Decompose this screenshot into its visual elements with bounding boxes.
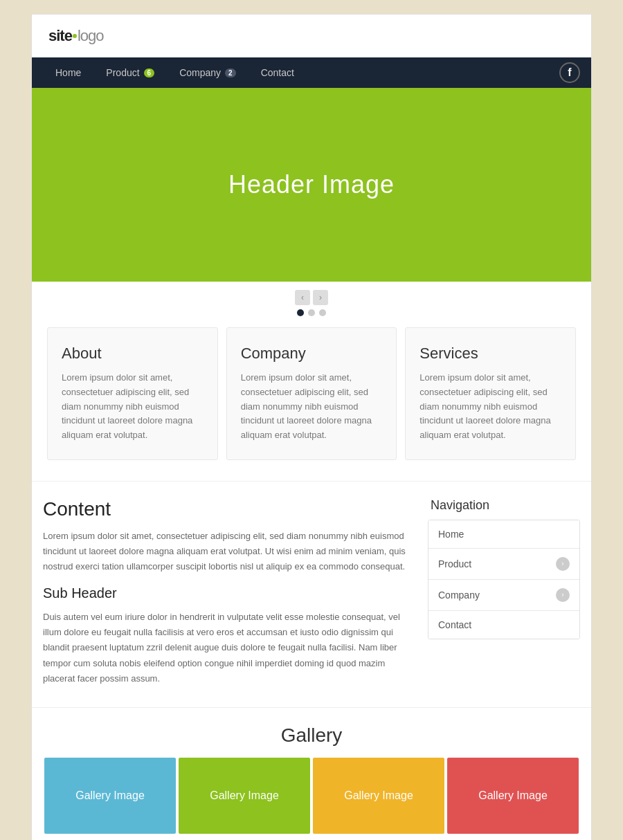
- sub-header-text: Duis autem vel eum iriure dolor in hendr…: [43, 610, 411, 686]
- chevron-right-icon-2: ›: [556, 588, 570, 602]
- nav-label-company: Company: [179, 67, 221, 78]
- gallery-item-1[interactable]: Gallery Image: [44, 758, 176, 834]
- card-services: Services Lorem ipsum dolor sit amet, con…: [405, 327, 576, 460]
- sidebar-item-contact[interactable]: Contact: [428, 611, 579, 639]
- site-header: sitelogo: [32, 15, 591, 57]
- slider-next-arrow[interactable]: ›: [313, 290, 328, 305]
- slider-prev-arrow[interactable]: ‹: [295, 290, 310, 305]
- card-about-text: Lorem ipsum dolor sit amet, consectetuer…: [62, 371, 204, 443]
- slider-dot-1[interactable]: [297, 309, 304, 316]
- gallery-item-2-label: Gallery Image: [210, 789, 279, 802]
- nav-label-product: Product: [106, 67, 139, 78]
- logo-rest-text: logo: [78, 27, 104, 44]
- sidebar-item-home-label: Home: [438, 529, 464, 540]
- sidebar-item-company[interactable]: Company ›: [428, 580, 579, 611]
- slider-dot-3[interactable]: [319, 309, 326, 316]
- cards-section: About Lorem ipsum dolor sit amet, consec…: [32, 327, 591, 482]
- card-company-text: Lorem ipsum dolor sit amet, consectetuer…: [241, 371, 383, 443]
- card-company-title: Company: [241, 345, 383, 363]
- content-main-text: Lorem ipsum dolor sit amet, consectetuer…: [43, 529, 411, 574]
- chevron-right-icon: ›: [556, 557, 570, 571]
- gallery-section: Gallery Gallery Image Gallery Image Gall…: [32, 707, 591, 840]
- gallery-item-3-label: Gallery Image: [344, 789, 413, 802]
- gallery-item-4-label: Gallery Image: [478, 789, 548, 802]
- facebook-icon[interactable]: f: [559, 62, 580, 83]
- card-services-title: Services: [419, 345, 561, 363]
- sidebar-item-company-label: Company: [438, 590, 480, 601]
- content-section: Content Lorem ipsum dolor sit amet, cons…: [32, 482, 591, 707]
- card-about: About Lorem ipsum dolor sit amet, consec…: [47, 327, 218, 460]
- gallery-title: Gallery: [43, 724, 580, 747]
- hero-section: Header Image: [32, 88, 591, 282]
- site-logo: sitelogo: [48, 27, 575, 45]
- nav-item-home[interactable]: Home: [43, 57, 93, 88]
- slider-controls: ‹ ›: [32, 282, 591, 327]
- gallery-item-4[interactable]: Gallery Image: [447, 758, 579, 834]
- gallery-grid: Gallery Image Gallery Image Gallery Imag…: [43, 758, 580, 834]
- sidebar-item-product-label: Product: [438, 558, 471, 569]
- card-company: Company Lorem ipsum dolor sit amet, cons…: [226, 327, 397, 460]
- content-main: Content Lorem ipsum dolor sit amet, cons…: [43, 498, 411, 686]
- nav-items: Home Product 6 Company 2 Contact: [43, 57, 559, 88]
- hero-title: Header Image: [228, 170, 395, 199]
- page-wrapper: sitelogo Home Product 6 Company 2 Contac…: [31, 14, 592, 840]
- nav-badge-company: 2: [225, 69, 236, 77]
- main-nav: Home Product 6 Company 2 Contact f: [32, 57, 591, 88]
- nav-label-contact: Contact: [261, 67, 294, 78]
- gallery-item-3[interactable]: Gallery Image: [313, 758, 444, 834]
- sidebar-nav-title: Navigation: [428, 498, 580, 513]
- nav-label-home: Home: [55, 67, 81, 78]
- nav-item-contact[interactable]: Contact: [249, 57, 307, 88]
- logo-dot: [73, 34, 77, 38]
- slider-dots: [297, 309, 326, 316]
- slider-arrows: ‹ ›: [295, 290, 328, 305]
- sidebar-item-product[interactable]: Product ›: [428, 549, 579, 580]
- slider-dot-2[interactable]: [308, 309, 315, 316]
- gallery-item-2[interactable]: Gallery Image: [179, 758, 310, 834]
- sidebar-item-home[interactable]: Home: [428, 520, 579, 549]
- sidebar-item-contact-label: Contact: [438, 619, 471, 630]
- nav-badge-product: 6: [144, 69, 155, 77]
- nav-item-product[interactable]: Product 6: [93, 57, 167, 88]
- card-services-text: Lorem ipsum dolor sit amet, consectetuer…: [419, 371, 561, 443]
- nav-item-company[interactable]: Company 2: [167, 57, 248, 88]
- gallery-item-1-label: Gallery Image: [75, 789, 145, 802]
- content-sidebar: Navigation Home Product › Company › Cont…: [428, 498, 580, 686]
- sidebar-nav-list: Home Product › Company › Contact: [428, 520, 580, 639]
- card-about-title: About: [62, 345, 204, 363]
- content-title: Content: [43, 498, 411, 520]
- gallery-dots: [43, 834, 580, 840]
- logo-site-text: site: [48, 27, 72, 44]
- sub-header: Sub Header: [43, 585, 411, 601]
